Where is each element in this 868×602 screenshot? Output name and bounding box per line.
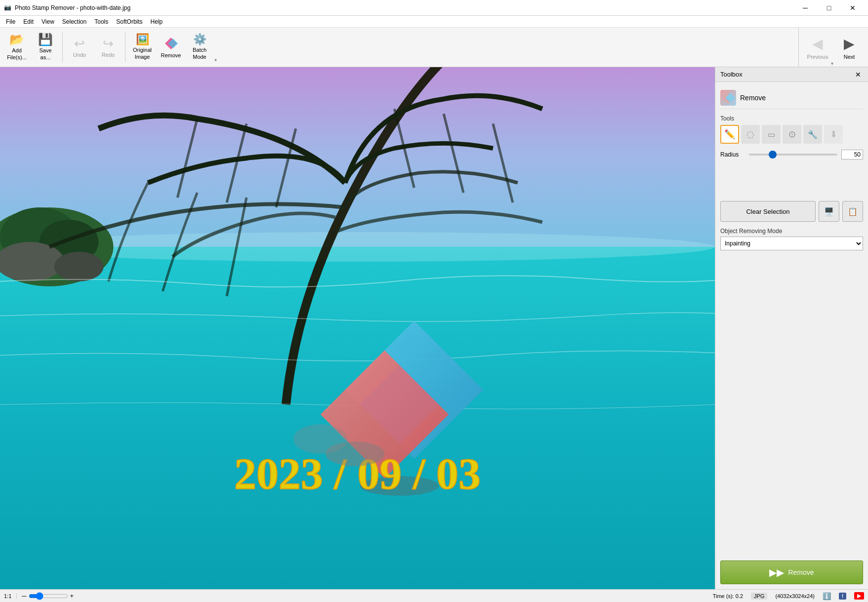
menu-softorbits[interactable]: SoftOrbits [112, 16, 146, 27]
separator-2 [125, 33, 125, 62]
svg-point-16 [293, 424, 348, 454]
menu-view[interactable]: View [38, 16, 58, 27]
save-as-button[interactable]: 💾 Saveas... [32, 31, 59, 64]
undo-button[interactable]: ↩ Undo [66, 31, 93, 64]
canvas-area[interactable]: 2023 / 09 / 03 [0, 67, 715, 589]
radius-row: Radius [720, 150, 863, 160]
tools-section-label: Tools [720, 115, 863, 122]
add-file-button[interactable]: 📂 AddFile(s)... [3, 31, 31, 64]
zoom-slider[interactable] [29, 592, 68, 600]
menu-tools[interactable]: Tools [90, 16, 112, 27]
share-youtube-button[interactable]: ▶ [854, 592, 864, 600]
format-badge: JPG [751, 593, 767, 600]
export-clipboard-button[interactable]: 📋 [842, 201, 863, 222]
menu-edit[interactable]: Edit [19, 16, 38, 27]
remove-section: Remove [720, 87, 863, 109]
zoom-out-button[interactable]: ─ [22, 592, 26, 600]
remove-button[interactable]: Remove [157, 31, 185, 64]
info-button[interactable]: ℹ️ [823, 592, 831, 600]
separator-1 [62, 33, 63, 62]
tool-rect-select-button[interactable]: ▭ [762, 125, 781, 144]
rect-select-icon: ▭ [768, 130, 775, 139]
tool-pencil-button[interactable]: ✏️ [720, 125, 739, 144]
add-file-icon: 📂 [9, 34, 24, 45]
title-bar: 📷 Photo Stamp Remover - photo-with-date.… [0, 0, 868, 16]
toolbox-close-button[interactable]: ✕ [853, 70, 863, 80]
remove-section-icon [720, 90, 736, 106]
tool-magic-eraser-button[interactable]: ◌ [741, 125, 760, 144]
export-screen-icon: 🖥️ [824, 207, 834, 216]
status-bar: 1:1 ─ + Time (s): 0.2 JPG (4032x3024x24)… [0, 589, 868, 602]
time-label: Time (s): 0.2 [713, 593, 743, 599]
add-file-label: AddFile(s)... [7, 47, 27, 60]
undo-label: Undo [73, 52, 86, 58]
remove-action-icon: ▶▶ [769, 566, 784, 578]
youtube-icon: ▶ [857, 593, 861, 599]
toolbar-group-actions: 🖼️ OriginalImage Remove ⚙️ BatchMode [128, 31, 213, 64]
menu-help[interactable]: Help [147, 16, 167, 27]
toolbox-header: Toolbox ✕ [715, 67, 868, 82]
tools-row: ✏️ ◌ ▭ ⊙ 🔧 ⬇ [720, 125, 863, 144]
original-image-label: OriginalImage [133, 47, 152, 60]
nav-toolbar: ◀ Previous ▶ Next ▾ [798, 28, 868, 67]
toolbox-content: Remove Tools ✏️ ◌ ▭ ⊙ [715, 82, 868, 589]
object-removing-mode-label: Object Removing Mode [720, 228, 863, 235]
undo-icon: ↩ [74, 37, 85, 50]
radius-input[interactable] [841, 150, 863, 160]
wand-icon: 🔧 [808, 130, 818, 139]
share-facebook-button[interactable]: f [839, 593, 846, 600]
batch-mode-button[interactable]: ⚙️ BatchMode [186, 31, 213, 64]
lasso-icon: ⊙ [788, 129, 796, 140]
radius-label: Radius [720, 151, 745, 158]
pencil-icon: ✏️ [724, 129, 735, 140]
minimize-button[interactable]: ─ [794, 0, 817, 16]
remove-section-label: Remove [740, 94, 766, 102]
radius-section: Radius [720, 150, 863, 160]
status-right: Time (s): 0.2 JPG (4032x3024x24) ℹ️ f ▶ [713, 592, 864, 600]
toolbox-title: Toolbox [720, 71, 743, 78]
toolbar: 📂 AddFile(s)... 💾 Saveas... ↩ Undo ↪ Red… [0, 28, 868, 67]
toolbar-group-edit: ↩ Undo ↪ Redo [66, 31, 122, 64]
image-canvas: 2023 / 09 / 03 [0, 67, 715, 589]
action-row: Clear Selection 🖥️ 📋 [720, 201, 863, 222]
export-clipboard-icon: 📋 [848, 207, 858, 216]
redo-button[interactable]: ↪ Redo [94, 31, 122, 64]
save-as-label: Saveas... [39, 47, 51, 60]
tool-wand-button[interactable]: 🔧 [803, 125, 822, 144]
remove-action-label: Remove [788, 568, 814, 576]
status-zoom-section: 1:1 [4, 593, 17, 599]
toolbar-overflow-arrow[interactable]: ▾ [214, 57, 217, 65]
clear-selection-button[interactable]: Clear Selection [720, 201, 816, 222]
menu-bar: File Edit View Selection Tools SoftOrbit… [0, 16, 868, 28]
toolbox-panel: Toolbox ✕ Remove Tools ✏️ [715, 67, 868, 589]
object-removing-mode-section: Object Removing Mode Inpainting Move Obj… [720, 228, 863, 250]
previous-button[interactable]: ◀ Previous [803, 31, 832, 64]
next-button[interactable]: ▶ Next [834, 31, 864, 64]
nav-overflow: ▾ [831, 61, 833, 66]
window-title: Photo Stamp Remover - photo-with-date.jp… [15, 4, 794, 11]
tools-section: Tools ✏️ ◌ ▭ ⊙ 🔧 [720, 115, 863, 144]
dimensions-label: (4032x3024x24) [775, 593, 815, 599]
zoom-in-button[interactable]: + [70, 592, 74, 600]
redo-label: Redo [102, 52, 115, 58]
export-to-screen-button[interactable]: 🖥️ [819, 201, 839, 222]
remove-action-button[interactable]: ▶▶ Remove [720, 561, 863, 584]
redo-icon: ↪ [103, 37, 114, 50]
previous-icon: ◀ [812, 36, 823, 52]
close-button[interactable]: ✕ [841, 0, 864, 16]
original-image-button[interactable]: 🖼️ OriginalImage [128, 31, 156, 64]
tool-stamp-button[interactable]: ⬇ [824, 125, 843, 144]
batch-mode-label: BatchMode [193, 47, 207, 60]
object-removing-mode-select[interactable]: Inpainting Move Objects Content Aware [720, 237, 863, 250]
app-icon: 📷 [4, 4, 12, 12]
status-zoom-controls: ─ + [22, 592, 74, 600]
menu-selection[interactable]: Selection [58, 16, 90, 27]
remove-icon [164, 37, 178, 50]
radius-slider[interactable] [749, 154, 837, 156]
menu-file[interactable]: File [2, 16, 19, 27]
window-controls: ─ □ ✕ [794, 0, 864, 16]
toolbar-group-main: 📂 AddFile(s)... 💾 Saveas... [3, 31, 59, 64]
tool-lasso-button[interactable]: ⊙ [783, 125, 801, 144]
magic-eraser-icon: ◌ [746, 129, 754, 140]
maximize-button[interactable]: □ [818, 0, 840, 16]
